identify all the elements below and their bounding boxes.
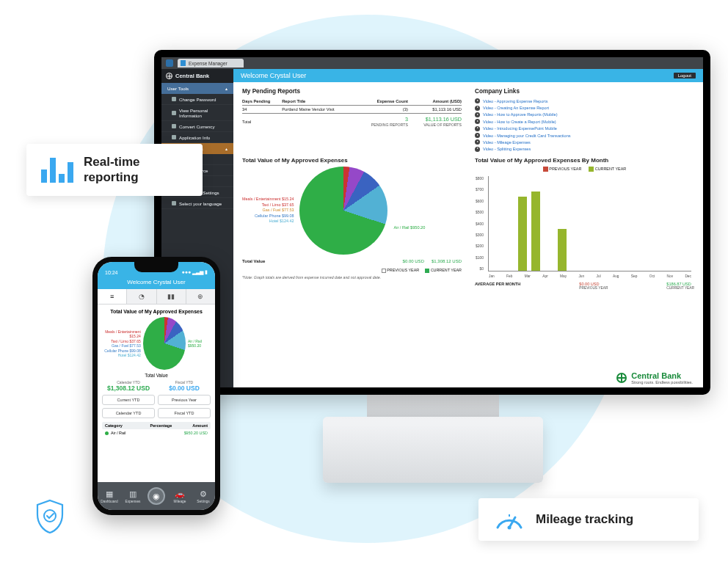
previous-year-button[interactable]: Previous Year [158, 395, 211, 405]
tab-bars[interactable]: ▮▮ [157, 289, 186, 304]
pending-reports-panel: My Pending Reports Days Pending Report T… [242, 88, 462, 153]
brand-header: Central Bank [161, 69, 233, 83]
brand-logo-icon [166, 73, 172, 79]
chart-title: Total Value of My Approved Expenses [242, 157, 462, 164]
gauge-icon [493, 508, 525, 531]
status-icons: ●●● ▂▃▅ ▮ [181, 269, 208, 275]
status-time: 10:24 [105, 270, 118, 275]
bar-legend: PREVIOUS YEAR CURRENT YEAR [475, 167, 694, 172]
key-icon [172, 97, 176, 101]
back-button[interactable] [166, 59, 173, 67]
welcome-bar: Welcome Crystal User Logout [233, 69, 703, 82]
link-row[interactable]: Video - Introducing ExpensePoint Mobile [475, 125, 694, 132]
link-row[interactable]: Video - How to Create a Report (Mobile) [475, 118, 694, 125]
phone-chart-title: Total Value of My Approved Expenses [102, 309, 211, 314]
list-icon: ▥ [129, 489, 136, 499]
chevron-up-icon: ▴ [225, 86, 228, 91]
nav-section-user-tools[interactable]: User Tools ▴ [161, 83, 233, 94]
main-content: Welcome Crystal User Logout My Pending R… [233, 69, 703, 387]
panel-title: My Pending Reports [242, 88, 462, 95]
play-icon [475, 106, 480, 111]
pending-reports-table: Days Pending Report Title Expense Count … [242, 98, 462, 128]
bar-chart: $800$700$600$500$400$300$200$100$0 [488, 176, 691, 271]
play-icon [475, 139, 480, 145]
phone-screen: 10:24 ●●● ▂▃▅ ▮ Welcome Crystal User ≡ ◔… [98, 262, 215, 510]
phone-tabs: ≡ ◔ ▮▮ ⊕ [98, 289, 215, 305]
phone-content: Total Value of My Approved Expenses Meal… [98, 305, 215, 482]
fiscal-ytd-value: $0.00 USD [158, 384, 211, 392]
pie-slice-labels: Meals / Entertainment $15.24 Taxi / Limo… [242, 197, 294, 225]
category-table-header: Category Percentage Amount [102, 422, 211, 429]
panel-title: Company Links [475, 88, 694, 95]
browser-tab[interactable]: Expense Manager [178, 59, 244, 68]
play-icon [475, 147, 480, 152]
pie-chart [299, 167, 387, 255]
camera-icon: ◉ [148, 487, 165, 505]
pie-legend: PREVIOUS YEAR CURRENT YEAR [382, 268, 462, 273]
monitor-frame: Expense Manager Central Bank User Tools … [154, 50, 710, 395]
user-icon [172, 111, 176, 115]
document-icon [181, 60, 186, 66]
brand-name: Central Bank [175, 73, 209, 79]
sidebar-item-language[interactable]: Select your language [161, 198, 233, 209]
approved-expenses-pie-panel: Total Value of My Approved Expenses Meal… [242, 157, 462, 358]
calendar-ytd-value: $1,308.12 USD [102, 384, 155, 392]
nav-mileage[interactable]: 🚗Mileage [168, 482, 192, 510]
nav-capture[interactable]: ◉ [145, 482, 168, 510]
gear-icon: ⚙ [200, 489, 207, 499]
shield-check-icon [34, 498, 66, 538]
sidebar-item-change-password[interactable]: Change Password [161, 94, 233, 105]
chart-title: Total Value of My Approved Expenses By M… [475, 157, 694, 164]
current-ytd-button[interactable]: Current YTD [102, 395, 155, 405]
calendar-ytd-button[interactable]: Calendar YTD [102, 408, 155, 418]
play-icon [475, 133, 480, 138]
table-row[interactable]: 34 Portland Maine Vendor Visit (3) $1,11… [242, 106, 462, 114]
link-row[interactable]: Video - How to Approve Reports (Mobile) [475, 112, 694, 118]
desktop-screen: Expense Manager Central Bank User Tools … [161, 57, 703, 387]
link-row[interactable]: Video - Splitting Expenses [475, 146, 694, 153]
approved-expenses-bar-panel: Total Value of My Approved Expenses By M… [475, 157, 694, 358]
play-icon [475, 119, 480, 124]
logout-button[interactable]: Logout [674, 73, 696, 79]
link-row[interactable]: Video - Mileage Expenses [475, 139, 694, 145]
sidebar-item-personal-info[interactable]: View Personal Information [161, 105, 233, 121]
nav-settings[interactable]: ⚙Settings [192, 482, 215, 510]
play-icon [475, 98, 480, 103]
brand-logo-icon [616, 373, 627, 383]
fiscal-ytd-button[interactable]: Fiscal YTD [158, 408, 211, 418]
monitor-base [323, 417, 543, 483]
phone-welcome: Welcome Crystal User [98, 277, 215, 289]
sidebar-item-convert-currency[interactable]: Convert Currency [161, 121, 233, 132]
link-row[interactable]: Video - Managing your Credit Card Transa… [475, 132, 694, 139]
tab-title: Expense Manager [189, 61, 228, 66]
category-row[interactable]: Air / Rail $950.20 USD [102, 429, 211, 437]
company-links-panel: Company Links Video - Approving Expense … [475, 88, 694, 153]
bar-chart-icon [41, 156, 73, 183]
phone-bottom-nav: ▦Dashboard ▥Expenses ◉ 🚗Mileage ⚙Setting… [98, 482, 215, 510]
info-icon [172, 135, 176, 139]
link-row[interactable]: Video - Creating An Expense Report [475, 104, 694, 111]
footer-brand: Central Bank Strong roots. Endless possi… [233, 367, 703, 387]
phone-frame: 10:24 ●●● ▂▃▅ ▮ Welcome Crystal User ≡ ◔… [92, 257, 220, 515]
category-color-dot [105, 431, 109, 435]
svg-point-1 [508, 526, 512, 530]
browser-tab-bar: Expense Manager [161, 57, 703, 69]
flag-icon [172, 201, 176, 205]
tab-list[interactable]: ≡ [98, 289, 127, 304]
total-value-label: Total Value [102, 373, 211, 378]
phone-notch [134, 262, 178, 272]
tab-pie[interactable]: ◔ [127, 289, 156, 304]
svg-point-5 [44, 510, 56, 522]
link-row[interactable]: Video - Approving Expense Reports [475, 98, 694, 104]
sidebar-item-app-info[interactable]: Application Info [161, 132, 233, 143]
play-icon [475, 126, 480, 131]
play-icon [475, 112, 480, 117]
phone-pie-chart [143, 317, 186, 370]
welcome-text: Welcome Crystal User [241, 72, 306, 79]
nav-expenses[interactable]: ▥Expenses [121, 482, 145, 510]
monitor-stand [367, 395, 499, 417]
chevron-up-icon: ▴ [225, 146, 228, 151]
feature-card-reporting: Real-time reporting [26, 144, 203, 196]
tab-globe[interactable]: ⊕ [186, 289, 215, 304]
nav-dashboard[interactable]: ▦Dashboard [98, 482, 121, 510]
